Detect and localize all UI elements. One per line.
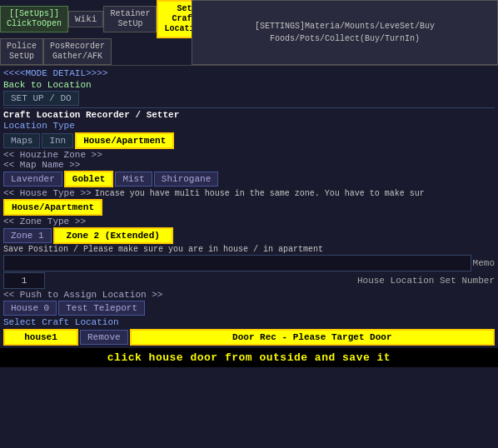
- zone2-button[interactable]: Zone 2 (Extended): [53, 227, 173, 244]
- memo-label: Memo: [473, 258, 495, 268]
- door-rec-button[interactable]: Door Rec - Please Target Door: [130, 329, 495, 346]
- mist-button[interactable]: Mist: [115, 172, 152, 187]
- lavender-button[interactable]: Lavender: [3, 172, 62, 187]
- retainer-button[interactable]: Retainer SetUp: [103, 6, 157, 32]
- zone1-button[interactable]: Zone 1: [3, 228, 52, 243]
- pos-recorder-button[interactable]: PosRecorder Gather/AFK: [43, 38, 112, 65]
- house-location-set-label: House Location Set Number: [357, 276, 495, 286]
- setup-do-button[interactable]: SET UP / DO: [3, 91, 79, 106]
- settings-button[interactable]: [SETTINGS]Materia/Mounts/LeveSet/Buy Foo…: [192, 0, 498, 65]
- save-position-label: Save Position / Please make sure you are…: [3, 245, 495, 254]
- house0-button[interactable]: House 0: [3, 301, 57, 316]
- inn-button[interactable]: Inn: [42, 133, 73, 148]
- craft-recorder-title: Craft Location Recorder / Setter: [3, 110, 495, 120]
- mode-title: <<<<MODE DETAIL>>>>: [3, 67, 495, 79]
- remove-button[interactable]: Remove: [80, 330, 128, 345]
- goblet-button[interactable]: Goblet: [64, 171, 114, 187]
- map-name-label: << Map Name >>: [3, 160, 495, 170]
- select-craft-label: Select Craft Location: [3, 316, 495, 328]
- house1-select-button[interactable]: house1: [3, 329, 78, 346]
- houzine-zone-label: << Houzine Zone >>: [3, 150, 495, 160]
- back-location-label: Back to Location: [3, 80, 92, 90]
- memo-input[interactable]: [3, 255, 471, 271]
- test-teleport-button[interactable]: Test Teleport: [58, 301, 145, 316]
- house-apt-button[interactable]: House/Apartment: [75, 132, 174, 149]
- zone-type-label: << Zone Type >>: [3, 217, 495, 226]
- bottom-note: click house door from outside and save i…: [0, 348, 498, 367]
- setups-button[interactable]: [[SetUps]] ClickToOpen: [0, 6, 68, 32]
- house-location-number-input[interactable]: [3, 272, 45, 289]
- house-type-warning: Incase you have multi house in the same …: [95, 189, 425, 198]
- police-setup-button[interactable]: Police SetUp: [0, 38, 43, 65]
- location-type-label: Location Type: [3, 120, 495, 132]
- shirogane-button[interactable]: Shirogane: [154, 172, 218, 187]
- house-type-label: << House Type >>: [3, 188, 92, 198]
- push-assign-label: << Push to Assign Location >>: [3, 290, 495, 300]
- house-apartment-button[interactable]: House/Apartment: [3, 199, 102, 216]
- maps-button[interactable]: Maps: [3, 133, 40, 148]
- wiki-button[interactable]: Wiki: [68, 11, 103, 27]
